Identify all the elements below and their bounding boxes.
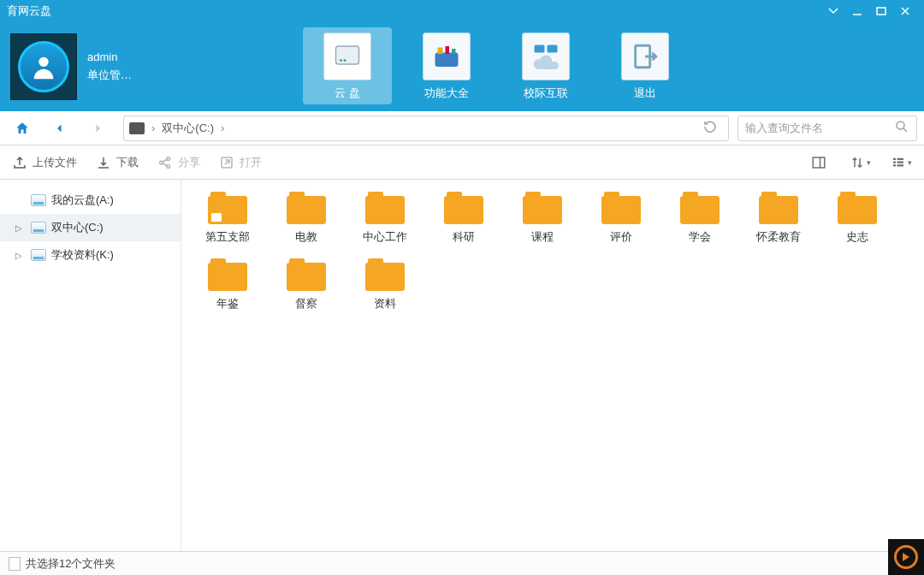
folder-icon xyxy=(365,192,405,224)
minimize-button[interactable] xyxy=(845,0,869,22)
folder-label: 史志 xyxy=(826,229,888,245)
status-doc-icon xyxy=(9,557,21,571)
sidebar-item-label: 我的云盘(A:) xyxy=(51,193,114,208)
svg-rect-25 xyxy=(893,157,896,159)
play-icon xyxy=(894,545,918,569)
breadcrumb-path[interactable]: 双中心(C:) xyxy=(162,121,214,136)
svg-rect-9 xyxy=(438,48,443,55)
sidebar-item-dual-center[interactable]: ▷ 双中心(C:) xyxy=(0,214,181,241)
svg-point-6 xyxy=(340,59,342,62)
sidebar-item-school-data[interactable]: ▷ 学校资料(K:) xyxy=(0,241,181,269)
search-input[interactable] xyxy=(745,122,894,134)
folder-item[interactable]: 督察 xyxy=(275,258,337,311)
expander-icon[interactable]: ▷ xyxy=(15,223,26,233)
home-button[interactable] xyxy=(5,114,39,143)
folder-label: 学会 xyxy=(669,229,731,245)
folder-label: 年鉴 xyxy=(197,296,258,311)
drive-glyph-icon xyxy=(129,122,145,134)
content-pane[interactable]: 第五支部电教中心工作科研课程评价学会怀柔教育史志年鉴督察资料 xyxy=(181,180,924,551)
corner-player-logo[interactable] xyxy=(888,539,924,575)
breadcrumb-separator: › xyxy=(219,122,226,134)
share-button[interactable]: 分享 xyxy=(157,155,200,170)
download-button[interactable]: 下载 xyxy=(96,155,139,170)
folder-icon xyxy=(759,192,798,224)
main-tabs: 云 盘 功能大全 校际互联 退出 xyxy=(310,33,683,101)
folder-item[interactable]: 电教 xyxy=(275,192,337,245)
menu-dropdown-icon[interactable] xyxy=(821,0,845,22)
tab-cloud-drive[interactable]: 云 盘 xyxy=(303,27,392,104)
svg-rect-27 xyxy=(893,164,896,166)
svg-rect-13 xyxy=(548,45,558,53)
tab-label: 校际互联 xyxy=(508,86,583,101)
maximize-button[interactable] xyxy=(869,0,893,22)
folder-item[interactable]: 课程 xyxy=(512,192,573,245)
refresh-button[interactable] xyxy=(697,119,723,137)
user-box: admin 单位管… xyxy=(10,33,284,100)
sidebar-item-label: 双中心(C:) xyxy=(51,220,104,235)
svg-point-4 xyxy=(38,57,48,67)
breadcrumb[interactable]: › 双中心(C:) › xyxy=(123,116,729,141)
app-title: 育网云盘 xyxy=(7,3,51,19)
folder-item[interactable]: 年鉴 xyxy=(197,258,258,311)
folder-label: 科研 xyxy=(433,229,495,245)
sort-button[interactable]: ▾ xyxy=(849,151,871,174)
back-button[interactable] xyxy=(43,114,77,143)
folder-item[interactable]: 史志 xyxy=(826,192,888,245)
share-label: 分享 xyxy=(178,155,200,170)
folder-icon xyxy=(444,192,483,224)
drive-icon xyxy=(31,222,46,234)
svg-rect-23 xyxy=(813,157,825,168)
expander-icon[interactable]: ▷ xyxy=(15,251,26,260)
open-button[interactable]: 打开 xyxy=(219,155,262,170)
svg-rect-12 xyxy=(535,45,545,53)
tab-label: 功能大全 xyxy=(409,86,484,101)
folder-label: 怀柔教育 xyxy=(748,229,809,245)
view-pane-button[interactable] xyxy=(808,151,830,174)
folder-label: 资料 xyxy=(354,296,416,311)
download-label: 下载 xyxy=(116,155,139,170)
folder-item[interactable]: 第五支部 xyxy=(197,192,258,245)
svg-rect-26 xyxy=(893,161,896,163)
svg-point-7 xyxy=(344,59,346,62)
folder-icon xyxy=(287,258,326,291)
folder-item[interactable]: 学会 xyxy=(669,192,731,245)
folder-item[interactable]: 资料 xyxy=(354,258,416,311)
folder-item[interactable]: 中心工作 xyxy=(354,192,416,245)
tab-exit[interactable]: 退出 xyxy=(607,33,683,101)
tab-interschool[interactable]: 校际互联 xyxy=(508,33,583,101)
svg-rect-29 xyxy=(897,161,903,163)
search-icon[interactable] xyxy=(894,119,909,137)
view-mode-button[interactable]: ▾ xyxy=(890,151,912,174)
folder-item[interactable]: 评价 xyxy=(590,192,652,245)
folder-item[interactable]: 怀柔教育 xyxy=(748,192,809,245)
svg-line-16 xyxy=(903,128,907,132)
upload-label: 上传文件 xyxy=(33,155,77,170)
folder-icon xyxy=(287,192,326,224)
tab-label: 退出 xyxy=(607,86,683,101)
folder-icon xyxy=(838,192,877,224)
folder-item[interactable]: 科研 xyxy=(433,192,495,245)
svg-point-15 xyxy=(897,122,904,129)
forward-button[interactable] xyxy=(80,114,115,143)
folder-icon xyxy=(523,192,562,224)
folder-label: 第五支部 xyxy=(197,229,258,245)
search-box[interactable] xyxy=(737,116,917,141)
folder-icon xyxy=(601,192,641,224)
sidebar-item-label: 学校资料(K:) xyxy=(51,247,114,263)
avatar[interactable] xyxy=(10,33,77,100)
folder-grid: 第五支部电教中心工作科研课程评价学会怀柔教育史志年鉴督察资料 xyxy=(197,192,909,322)
svg-rect-28 xyxy=(897,157,903,159)
status-text: 共选择12个文件夹 xyxy=(26,556,116,572)
nav-bar: › 双中心(C:) › xyxy=(0,111,924,145)
status-bar: 共选择12个文件夹 传 xyxy=(0,551,924,575)
upload-button[interactable]: 上传文件 xyxy=(12,155,77,170)
folder-label: 课程 xyxy=(512,229,573,245)
toolbox-icon xyxy=(423,33,471,80)
svg-rect-30 xyxy=(897,164,903,166)
svg-line-21 xyxy=(163,163,167,165)
tab-tools[interactable]: 功能大全 xyxy=(409,33,484,101)
folder-label: 督察 xyxy=(275,296,337,311)
folder-icon xyxy=(680,192,720,224)
sidebar-item-my-drive[interactable]: 我的云盘(A:) xyxy=(0,187,181,214)
close-button[interactable] xyxy=(893,0,917,22)
